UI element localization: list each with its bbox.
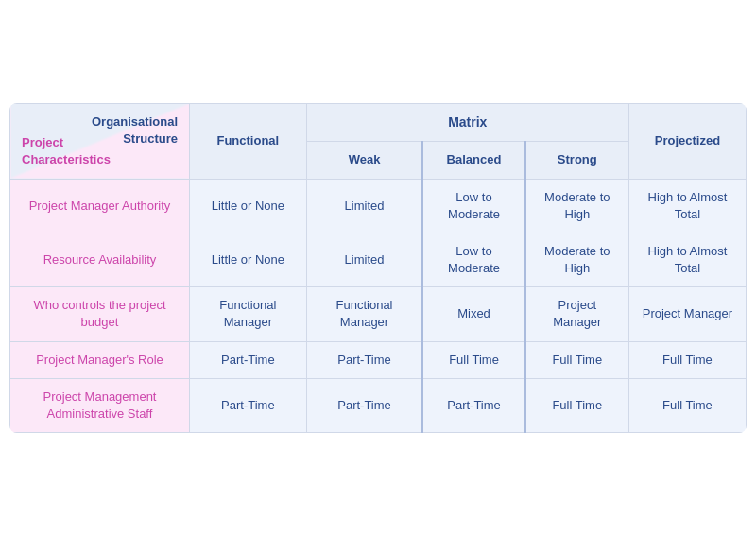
cell-strong: Moderate to High [525, 233, 629, 286]
cell-balanced: Low to Moderate [422, 233, 524, 286]
comparison-table: Organisational Structure Project Charact… [9, 103, 747, 433]
cell-projectized: Full Time [628, 378, 746, 432]
cell-strong: Moderate to High [525, 179, 629, 233]
header-matrix: Matrix [306, 103, 628, 142]
cell-balanced: Mixed [422, 287, 524, 341]
cell-strong: Project Manager [525, 287, 629, 341]
cell-balanced: Part-Time [422, 378, 524, 432]
cell-projectized: Project Manager [628, 287, 746, 341]
cell-functional: Little or None [190, 233, 307, 286]
cell-projectized: High to Almost Total [628, 179, 746, 233]
header-strong: Strong [525, 142, 629, 179]
cell-functional: Little or None [190, 179, 307, 233]
cell-weak: Limited [306, 233, 422, 286]
table-row: Project Management Administrative StaffP… [10, 378, 747, 432]
cell-functional: Functional Manager [190, 287, 307, 341]
header-diagonal: Organisational Structure Project Charact… [10, 103, 190, 179]
header-functional: Functional [190, 103, 307, 179]
header-projectized: Projectized [628, 103, 746, 179]
row-label: Who controls the project budget [10, 287, 190, 341]
cell-weak: Functional Manager [306, 287, 422, 341]
table-row: Resource AvailabilityLittle or NoneLimit… [10, 233, 747, 286]
cell-balanced: Full Time [422, 341, 524, 378]
cell-weak: Limited [306, 179, 422, 233]
cell-projectized: Full Time [628, 341, 746, 378]
row-label: Project Manager's Role [10, 341, 190, 378]
cell-balanced: Low to Moderate [422, 179, 524, 233]
cell-weak: Part-Time [306, 378, 422, 432]
cell-functional: Part-Time [190, 378, 307, 432]
header-balanced: Balanced [422, 142, 524, 179]
header-weak: Weak [306, 142, 422, 179]
table-row: Project Manager AuthorityLittle or NoneL… [10, 179, 747, 233]
header-row: Organisational Structure Project Charact… [10, 103, 747, 142]
cell-weak: Part-Time [306, 341, 422, 378]
cell-projectized: High to Almost Total [628, 233, 746, 286]
table-row: Who controls the project budgetFunctiona… [10, 287, 747, 341]
cell-functional: Part-Time [190, 341, 307, 378]
cell-strong: Full Time [525, 341, 629, 378]
row-label: Project Management Administrative Staff [10, 378, 190, 432]
row-label: Project Manager Authority [10, 179, 190, 233]
cell-strong: Full Time [525, 378, 629, 432]
project-char-label: Project Characteristics [22, 134, 129, 168]
table-row: Project Manager's RolePart-TimePart-Time… [10, 341, 747, 378]
row-label: Resource Availability [10, 233, 190, 286]
